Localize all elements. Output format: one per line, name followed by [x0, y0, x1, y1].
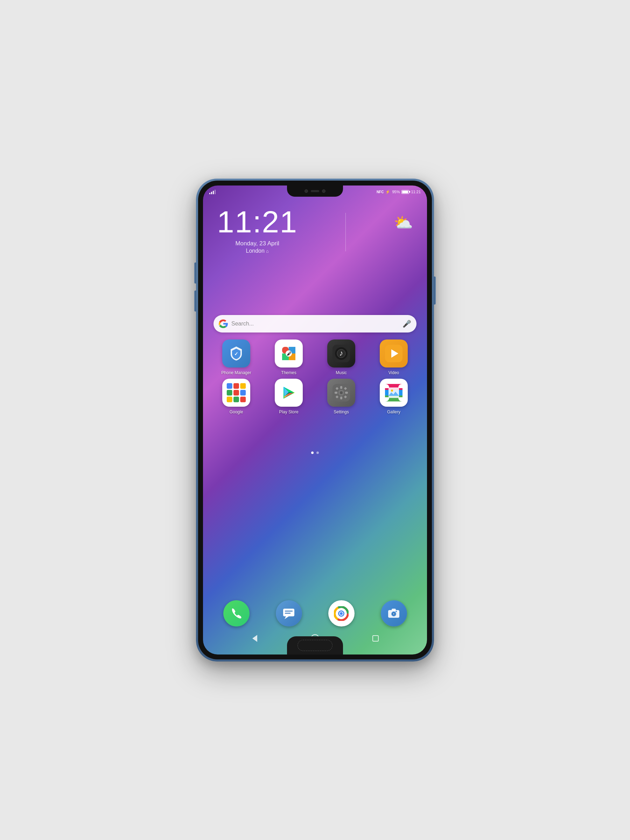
dock-messages[interactable]: [275, 600, 303, 627]
phone-manager-icon: ✓: [222, 339, 250, 368]
status-time: 11:21: [411, 190, 421, 194]
dock-messages-icon: [276, 600, 302, 627]
front-camera-secondary: [322, 189, 325, 193]
clock-location: London ⌂: [217, 248, 297, 254]
music-label: Music: [336, 370, 346, 375]
volume-down-button[interactable]: [194, 291, 196, 311]
weather-icon: ⛅: [394, 213, 413, 232]
playstore-label: Play Store: [279, 409, 298, 414]
page-dots: [203, 452, 427, 454]
face-sensor: [311, 190, 319, 192]
location-icon: ⌂: [266, 248, 269, 254]
app-settings[interactable]: Settings: [320, 379, 362, 414]
clock-left: 11:21 Monday, 23 April London ⌂: [217, 207, 297, 254]
weather-widget: ⛅: [394, 207, 413, 232]
svg-rect-24: [240, 397, 246, 403]
themes-icon: 🖌: [275, 339, 303, 368]
notch: [287, 185, 343, 197]
svg-rect-22: [227, 397, 232, 403]
dock-chrome[interactable]: [327, 600, 355, 627]
app-phone-manager[interactable]: ✓ Phone Manager: [215, 339, 257, 375]
home-button-area[interactable]: [287, 636, 343, 655]
svg-rect-17: [234, 383, 239, 389]
dock-camera[interactable]: [380, 600, 408, 627]
app-video[interactable]: Video: [373, 339, 415, 375]
svg-marker-47: [284, 616, 289, 619]
bluetooth-icon: ⚡: [385, 190, 390, 194]
app-gallery[interactable]: Gallery: [373, 379, 415, 414]
svg-rect-23: [234, 397, 239, 403]
app-row-2: Google: [210, 379, 420, 414]
app-playstore[interactable]: Play Store: [268, 379, 310, 414]
app-grid: ✓ Phone Manager: [210, 339, 420, 418]
dock-chrome-icon: [328, 600, 355, 627]
svg-rect-46: [283, 609, 294, 616]
gallery-icon: [380, 379, 408, 407]
back-button[interactable]: [248, 632, 261, 645]
clock-date: Monday, 23 April: [217, 240, 297, 247]
svg-point-62: [395, 611, 397, 612]
google-icon: [222, 379, 250, 407]
music-icon: ♪: [327, 339, 355, 368]
battery-icon: [401, 190, 409, 194]
svg-rect-65: [373, 636, 378, 641]
svg-rect-30: [340, 396, 342, 399]
app-google[interactable]: Google: [215, 379, 257, 414]
front-camera: [305, 189, 308, 193]
svg-rect-29: [340, 386, 342, 389]
svg-point-56: [340, 612, 343, 615]
clock-divider: [346, 213, 346, 251]
svg-text:✓: ✓: [234, 351, 238, 357]
dock: [210, 600, 420, 627]
signal-icon: [209, 189, 216, 194]
google-search-bar[interactable]: Search... 🎤: [213, 315, 417, 333]
svg-rect-16: [227, 383, 232, 389]
svg-text:♪: ♪: [339, 349, 343, 357]
volume-up-button[interactable]: [194, 262, 196, 284]
clock-area: 11:21 Monday, 23 April London ⌂ ⛅: [203, 207, 427, 254]
svg-rect-44: [388, 387, 399, 398]
svg-rect-32: [345, 392, 348, 394]
svg-marker-63: [253, 635, 257, 642]
video-icon: [380, 339, 408, 368]
recents-button[interactable]: [369, 632, 382, 645]
power-button[interactable]: [434, 276, 436, 305]
svg-rect-20: [234, 390, 239, 395]
svg-rect-19: [227, 390, 232, 395]
svg-rect-21: [240, 390, 246, 395]
dock-phone-icon: [223, 600, 249, 627]
settings-label: Settings: [333, 409, 349, 414]
dock-phone[interactable]: [222, 600, 250, 627]
dock-camera-icon: [381, 600, 407, 627]
phone-screen: NFC ⚡ 95% 11:21 11:21 Monday, 23 April: [203, 185, 427, 655]
app-music[interactable]: ♪ Music: [320, 339, 362, 375]
svg-text:🖌: 🖌: [287, 351, 291, 356]
settings-icon: [327, 379, 355, 407]
phone-device: NFC ⚡ 95% 11:21 11:21 Monday, 23 April: [196, 178, 434, 662]
svg-point-38: [340, 391, 343, 394]
search-placeholder: Search...: [231, 321, 399, 327]
nfc-icon: NFC: [377, 190, 384, 194]
video-label: Video: [388, 370, 399, 375]
svg-rect-58: [392, 609, 396, 611]
page-dot-2: [316, 452, 319, 454]
svg-rect-31: [335, 392, 337, 394]
google-g-icon: [219, 319, 228, 328]
svg-point-45: [391, 390, 393, 392]
home-oval: [297, 640, 333, 651]
status-right: NFC ⚡ 95% 11:21: [377, 190, 421, 194]
battery-percent: 95%: [392, 190, 400, 194]
phone-manager-label: Phone Manager: [221, 370, 251, 375]
gallery-label: Gallery: [387, 409, 400, 414]
playstore-icon: [275, 379, 303, 407]
themes-label: Themes: [281, 370, 296, 375]
clock-time: 11:21: [217, 207, 297, 237]
page-dot-1: [311, 452, 314, 454]
status-left: [209, 189, 216, 194]
mic-icon[interactable]: 🎤: [403, 319, 411, 328]
svg-point-61: [393, 613, 395, 614]
svg-rect-18: [240, 383, 246, 389]
app-row-1: ✓ Phone Manager: [210, 339, 420, 375]
app-themes[interactable]: 🖌 Themes: [268, 339, 310, 375]
google-label: Google: [230, 409, 243, 414]
